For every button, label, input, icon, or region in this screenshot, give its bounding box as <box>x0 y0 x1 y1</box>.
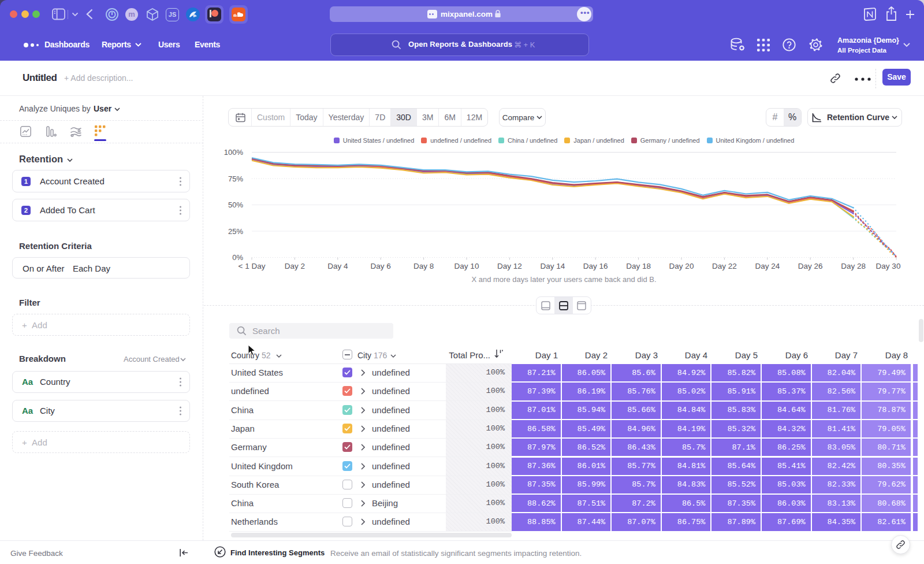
svg-text:Day 30: Day 30 <box>876 262 901 270</box>
svg-text:Day 6: Day 6 <box>371 262 391 270</box>
svg-text:Day 10: Day 10 <box>454 262 479 270</box>
svg-text:Day 8: Day 8 <box>413 262 434 270</box>
svg-text:Day 4: Day 4 <box>327 262 348 270</box>
svg-text:Day 22: Day 22 <box>712 262 737 270</box>
svg-text:Day 16: Day 16 <box>583 262 608 270</box>
svg-text:25%: 25% <box>228 227 243 236</box>
svg-text:Day 20: Day 20 <box>669 262 694 270</box>
svg-text:Day 2: Day 2 <box>285 262 305 270</box>
svg-text:Day 14: Day 14 <box>540 262 565 270</box>
svg-text:Day 28: Day 28 <box>841 262 866 270</box>
svg-text:Day 24: Day 24 <box>755 262 780 270</box>
svg-text:50%: 50% <box>228 201 243 209</box>
svg-text:Day 18: Day 18 <box>626 262 651 270</box>
svg-text:Day 12: Day 12 <box>497 262 522 270</box>
svg-text:100%: 100% <box>224 148 244 157</box>
svg-text:< 1 Day: < 1 Day <box>239 262 266 270</box>
svg-text:75%: 75% <box>228 175 243 183</box>
svg-text:Day 26: Day 26 <box>798 262 823 270</box>
svg-text:0%: 0% <box>232 253 243 262</box>
